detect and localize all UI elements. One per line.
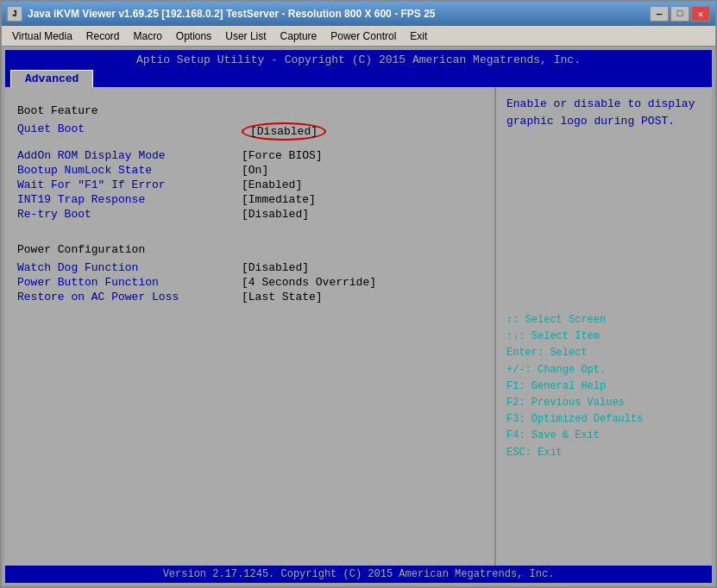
value-addon-rom: [Force BIOS] (242, 149, 323, 162)
label-wait-f1: Wait For "F1" If Error (17, 178, 242, 191)
window-icon: J (7, 6, 22, 22)
key-help-select-screen: ↕: Select Screen (506, 312, 701, 328)
menu-bar: Virtual Media Record Macro Options User … (2, 26, 715, 47)
bios-screen: Aptio Setup Utility - Copyright (C) 2015… (5, 50, 712, 583)
key-help-f3: F3: Optimized Defaults (506, 411, 701, 428)
row-watchdog: Watch Dog Function [Disabled] (17, 261, 482, 274)
value-quiet-boot: [Disabled] (242, 122, 326, 141)
oval-disabled: [Disabled] (242, 122, 326, 141)
key-help-enter: Enter: Select (506, 345, 701, 361)
row-addon-rom: AddOn ROM Display Mode [Force BIOS] (17, 149, 482, 162)
bios-body: Boot Feature Quiet Boot [Disabled] AddOn… (5, 87, 712, 566)
value-numlock: [On] (242, 164, 268, 177)
value-watchdog: [Disabled] (242, 261, 309, 274)
maximize-button[interactable]: □ (670, 6, 689, 22)
main-content: Aptio Setup Utility - Copyright (C) 2015… (2, 47, 715, 586)
bios-tabs: Advanced (5, 70, 712, 87)
value-ac-power-loss: [Last State] (242, 291, 323, 303)
label-power-button: Power Button Function (17, 276, 242, 289)
label-numlock: Bootup NumLock State (17, 164, 242, 177)
value-power-button: [4 Seconds Override] (242, 276, 376, 289)
label-int19: INT19 Trap Response (17, 193, 242, 206)
row-power-button: Power Button Function [4 Seconds Overrid… (17, 276, 482, 289)
key-help-f4: F4: Save & Exit (506, 428, 701, 444)
menu-macro[interactable]: Macro (127, 28, 169, 44)
label-quiet-boot: Quiet Boot (17, 122, 242, 141)
help-text: Enable or disable to display graphic log… (506, 96, 701, 129)
menu-user-list[interactable]: User List (218, 28, 273, 44)
close-button[interactable]: ✕ (691, 6, 710, 22)
key-help-change-opt: +/-: Change Opt. (506, 362, 701, 378)
window-controls: — □ ✕ (650, 6, 710, 22)
value-retry-boot: [Disabled] (242, 208, 309, 221)
row-numlock: Bootup NumLock State [On] (17, 164, 482, 177)
bios-left-panel: Boot Feature Quiet Boot [Disabled] AddOn… (5, 87, 496, 566)
bios-footer: Version 2.17.1245. Copyright (C) 2015 Am… (5, 566, 712, 583)
menu-virtual-media[interactable]: Virtual Media (5, 28, 79, 44)
key-help-f2: F2: Previous Values (506, 395, 701, 411)
section-boot-feature: Boot Feature (17, 104, 482, 117)
value-int19: [Immediate] (242, 193, 316, 206)
key-help-esc: ESC: Exit (506, 445, 701, 461)
menu-capture[interactable]: Capture (274, 28, 324, 44)
tab-advanced[interactable]: Advanced (10, 70, 93, 87)
row-wait-f1: Wait For "F1" If Error [Enabled] (17, 178, 482, 191)
row-ac-power-loss: Restore on AC Power Loss [Last State] (17, 291, 482, 303)
label-ac-power-loss: Restore on AC Power Loss (17, 291, 242, 303)
bios-right-panel: Enable or disable to display graphic log… (496, 87, 712, 566)
row-int19: INT19 Trap Response [Immediate] (17, 193, 482, 206)
title-bar: J Java iKVM Viewer v1.69.25 [192.168.0.2… (2, 2, 715, 26)
bios-header: Aptio Setup Utility - Copyright (C) 2015… (5, 50, 712, 70)
minimize-button[interactable]: — (650, 6, 669, 22)
main-window: J Java iKVM Viewer v1.69.25 [192.168.0.2… (0, 0, 717, 588)
label-watchdog: Watch Dog Function (17, 261, 242, 274)
menu-record[interactable]: Record (79, 28, 127, 44)
menu-options[interactable]: Options (169, 28, 218, 44)
window-title: Java iKVM Viewer v1.69.25 [192.168.0.2] … (28, 8, 650, 20)
key-help-select-item: ↑↓: Select Item (506, 328, 701, 345)
menu-power-control[interactable]: Power Control (324, 28, 403, 44)
label-addon-rom: AddOn ROM Display Mode (17, 149, 242, 162)
row-retry-boot: Re-try Boot [Disabled] (17, 208, 482, 221)
key-help-f1: F1: General Help (506, 378, 701, 395)
section-power-config: Power Configuration (17, 243, 482, 256)
label-retry-boot: Re-try Boot (17, 208, 242, 221)
menu-exit[interactable]: Exit (403, 28, 434, 44)
row-quiet-boot: Quiet Boot [Disabled] (17, 122, 482, 141)
value-wait-f1: [Enabled] (242, 178, 302, 191)
